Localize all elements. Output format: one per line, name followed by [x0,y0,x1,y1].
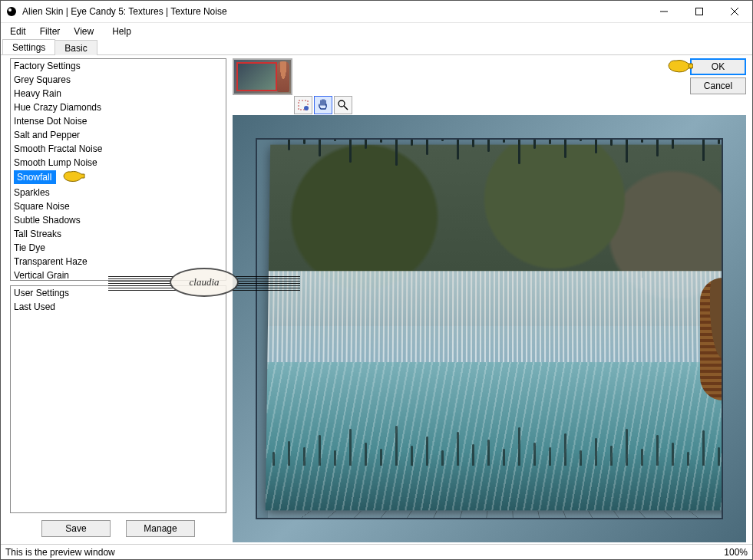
svg-rect-3 [696,8,703,15]
pointer-icon [667,58,692,77]
svg-point-9 [339,100,345,107]
list-item[interactable]: Smooth Fractal Noise [11,142,226,156]
content-area: Factory SettingsGrey SquaresHeavy RainHu… [1,55,752,544]
svg-point-6 [689,64,693,68]
svg-line-5 [731,8,738,15]
list-item[interactable]: Hue Crazy Diamonds [11,100,226,114]
window-controls [646,1,752,22]
list-item[interactable]: Heavy Rain [11,87,226,100]
list-item[interactable]: Tall Streaks [11,227,226,241]
menu-help[interactable]: Help [106,25,137,38]
watermark: claudia [154,254,254,308]
cancel-button[interactable]: Cancel [690,77,746,94]
preview-tools [233,95,746,115]
list-item[interactable]: Intense Dot Noise [11,114,226,128]
list-item[interactable]: Smooth Lump Noise [11,156,226,170]
maximize-button[interactable] [682,1,717,22]
menu-view[interactable]: View [68,25,100,38]
save-button[interactable]: Save [41,520,111,537]
titlebar: Alien Skin | Eye Candy 5: Textures | Tex… [1,1,752,23]
watermark-text: claudia [170,268,239,297]
preview-pane: OK Cancel [230,55,752,544]
list-item[interactable]: Sparkles [11,186,226,199]
marquee-tool-icon[interactable] [294,96,312,114]
list-item[interactable]: Salt and Pepper [11,128,226,142]
zoom-level: 100% [724,547,748,558]
menu-edit[interactable]: Edit [4,25,32,38]
ok-button[interactable]: OK [690,58,746,75]
tab-row: Settings Basic [1,39,752,55]
preview-thumbnail[interactable] [233,58,292,95]
list-item[interactable]: Grey Squares [11,73,226,87]
app-icon [5,5,18,18]
list-item[interactable]: Snowfall [11,170,226,186]
tab-settings[interactable]: Settings [2,39,55,54]
list-item[interactable]: Tie Dye [11,241,226,255]
tab-basic[interactable]: Basic [54,40,97,55]
close-button[interactable] [717,1,752,22]
pointer-icon [62,170,85,186]
status-text: This is the preview window [5,547,115,558]
preview-canvas[interactable] [233,115,746,542]
list-item[interactable]: Factory Settings [11,59,226,73]
hand-tool-icon[interactable] [314,96,332,114]
dialog-buttons: OK Cancel [690,58,746,94]
svg-point-0 [7,7,16,16]
manage-button[interactable]: Manage [126,520,195,537]
user-settings-list[interactable]: User SettingsLast Used [10,285,226,513]
list-item[interactable]: Subtle Shadows [11,213,226,227]
app-window: Alien Skin | Eye Candy 5: Textures | Tex… [0,0,753,560]
svg-line-10 [344,106,348,110]
zoom-tool-icon[interactable] [334,96,352,114]
minimize-button[interactable] [646,1,682,22]
svg-line-4 [731,8,738,15]
save-manage-row: Save Manage [10,518,226,542]
svg-point-1 [8,8,12,12]
factory-settings-list[interactable]: Factory SettingsGrey SquaresHeavy RainHu… [10,58,226,281]
menubar: Edit Filter View Help [1,23,752,39]
svg-point-8 [304,106,309,110]
statusbar: This is the preview window 100% [1,544,752,559]
menu-filter[interactable]: Filter [34,25,67,38]
list-item[interactable]: Square Noise [11,199,226,213]
window-title: Alien Skin | Eye Candy 5: Textures | Tex… [22,6,646,17]
